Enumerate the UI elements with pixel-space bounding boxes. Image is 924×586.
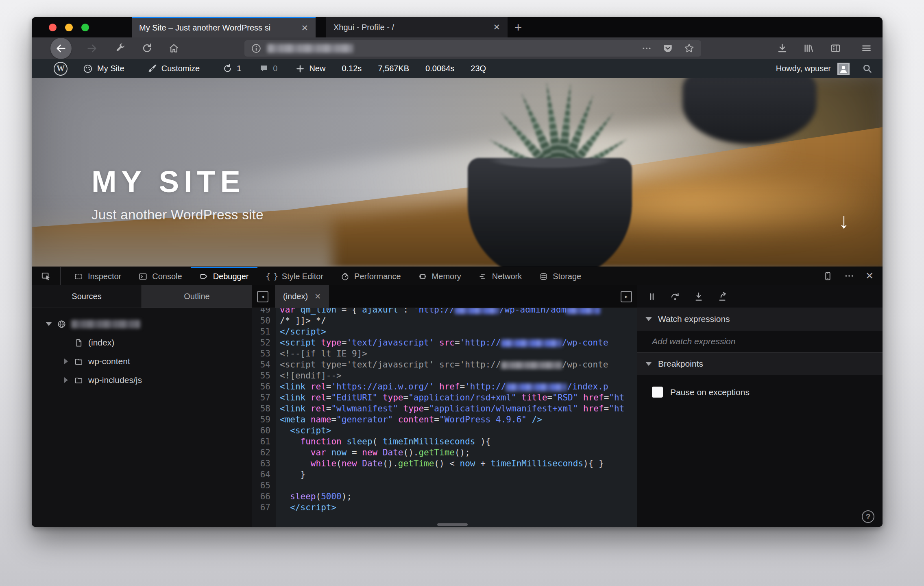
line-number[interactable]: 61	[252, 436, 270, 447]
home-button[interactable]	[168, 43, 179, 54]
admin-bar-my-site[interactable]: My Site	[83, 63, 124, 74]
help-button[interactable]: ?	[862, 510, 874, 523]
pause-button[interactable]	[647, 292, 657, 302]
devtools-tab-style-editor[interactable]: { }Style Editor	[257, 267, 332, 285]
network-icon	[478, 272, 488, 281]
scroll-down-arrow[interactable]: ↓	[839, 208, 849, 233]
developer-tools-button[interactable]	[115, 43, 126, 54]
editor-file-tab[interactable]: (index) ✕	[275, 285, 329, 308]
pause-on-exceptions-checkbox[interactable]	[652, 387, 663, 398]
line-number[interactable]: 51	[252, 326, 270, 337]
debugger-icon	[199, 272, 209, 281]
line-number[interactable]: 66	[252, 491, 270, 502]
tree-item--index-[interactable]: (index)	[32, 333, 252, 352]
reload-button[interactable]	[142, 43, 153, 54]
user-avatar[interactable]	[837, 63, 850, 75]
admin-bar-customize[interactable]: Customize	[147, 63, 200, 74]
bookmark-star-button[interactable]	[684, 43, 695, 54]
line-number[interactable]: 53	[252, 348, 270, 359]
admin-bar-updates[interactable]: 1	[222, 63, 241, 74]
forward-button[interactable]	[86, 43, 98, 54]
step-out-button[interactable]	[717, 291, 728, 302]
code-line: </script>	[280, 326, 637, 337]
line-number[interactable]: 55	[252, 370, 270, 381]
browser-tab-xhgui[interactable]: Xhgui - Profile - / ✕	[326, 17, 508, 37]
wordpress-logo-icon[interactable]: W	[54, 62, 68, 76]
save-to-pocket-button[interactable]	[662, 43, 673, 54]
site-title[interactable]: MY SITE	[92, 164, 264, 199]
add-watch-expression-input[interactable]: Add watch expression	[637, 330, 883, 353]
zoom-window-button[interactable]	[81, 24, 89, 31]
tree-item-wp-includes-js[interactable]: wp-includes/js	[32, 371, 252, 389]
expander-closed-icon[interactable]	[61, 359, 71, 364]
responsive-design-mode-button[interactable]	[823, 271, 833, 281]
devtools-tab-console[interactable]: Console	[130, 267, 190, 285]
admin-bar-comments[interactable]: 0	[259, 64, 277, 74]
site-info-icon[interactable]	[251, 43, 262, 54]
menu-button[interactable]	[861, 43, 872, 54]
line-number[interactable]: 64	[252, 469, 270, 480]
close-file-icon[interactable]: ✕	[314, 292, 321, 301]
breakpoints-header[interactable]: Breakpoints	[637, 353, 883, 375]
back-button[interactable]	[50, 38, 72, 59]
line-number[interactable]: 58	[252, 403, 270, 414]
tree-item-root[interactable]	[32, 315, 252, 333]
line-number[interactable]: 63	[252, 458, 270, 469]
howdy-user-menu[interactable]: Howdy, wpuser	[776, 64, 831, 73]
devtools-tab-memory[interactable]: Memory	[410, 267, 470, 285]
devtools-tab-debugger[interactable]: Debugger	[191, 267, 257, 285]
library-button[interactable]	[803, 43, 814, 54]
url-bar[interactable]	[244, 40, 701, 57]
pick-element-button[interactable]	[32, 267, 60, 285]
line-number[interactable]: 54	[252, 359, 270, 370]
customize-label: Customize	[161, 64, 200, 73]
minimize-window-button[interactable]	[65, 24, 73, 31]
close-window-button[interactable]	[49, 24, 57, 31]
line-number[interactable]: 60	[252, 425, 270, 436]
tab-sources[interactable]: Sources	[32, 285, 142, 308]
line-number[interactable]: 62	[252, 447, 270, 458]
browser-tab-my-site[interactable]: My Site – Just another WordPress si ✕	[132, 17, 316, 37]
step-over-button[interactable]	[670, 291, 680, 302]
line-number[interactable]: 65	[252, 480, 270, 491]
forward-arrow-icon	[86, 43, 98, 54]
line-number[interactable]: 57	[252, 392, 270, 403]
devtools-tab-label: Performance	[354, 272, 401, 281]
close-devtools-button[interactable]: ✕	[865, 270, 874, 282]
line-number[interactable]: 67	[252, 502, 270, 513]
close-tab-icon[interactable]: ✕	[493, 22, 500, 32]
devtools-tab-inspector[interactable]: Inspector	[65, 267, 130, 285]
toolbar-separator	[851, 43, 851, 54]
line-number[interactable]: 49	[252, 308, 270, 315]
line-number[interactable]: 52	[252, 337, 270, 348]
breakpoints-label: Breakpoints	[658, 359, 703, 369]
expander-closed-icon[interactable]	[61, 377, 71, 383]
expand-panes-button[interactable]: ▸	[621, 291, 632, 302]
tree-item-wp-content[interactable]: wp-content	[32, 352, 252, 371]
collapse-sources-pane-button[interactable]: ◂	[257, 291, 268, 302]
downloads-button[interactable]	[777, 43, 788, 54]
devtools-tab-label: Network	[492, 272, 522, 281]
devtools-tab-storage[interactable]: Storage	[530, 267, 590, 285]
code-line: <link rel='https://api.w.org/' href='htt…	[280, 381, 637, 392]
tree-item-label: wp-includes/js	[88, 375, 142, 385]
code-line: <![endif]-->	[280, 370, 637, 381]
step-in-button[interactable]	[693, 291, 704, 302]
line-number[interactable]: 56	[252, 381, 270, 392]
devtools-menu-button[interactable]	[844, 271, 854, 281]
line-number[interactable]: 59	[252, 414, 270, 425]
sidebar-toggle-button[interactable]	[830, 43, 841, 54]
admin-search-button[interactable]	[862, 63, 873, 74]
horizontal-scrollbar[interactable]	[437, 523, 468, 526]
admin-bar-new[interactable]: New	[295, 64, 325, 74]
pocket-icon	[662, 43, 673, 54]
devtools-tab-network[interactable]: Network	[470, 267, 530, 285]
tab-outline[interactable]: Outline	[142, 285, 252, 308]
expander-open-icon[interactable]	[44, 322, 54, 326]
new-tab-button[interactable]: +	[508, 17, 529, 37]
page-actions-button[interactable]	[641, 43, 652, 54]
watch-expressions-header[interactable]: Watch expressions	[637, 308, 883, 330]
close-tab-icon[interactable]: ✕	[301, 23, 308, 33]
line-number[interactable]: 50	[252, 315, 270, 326]
devtools-tab-performance[interactable]: Performance	[332, 267, 410, 285]
